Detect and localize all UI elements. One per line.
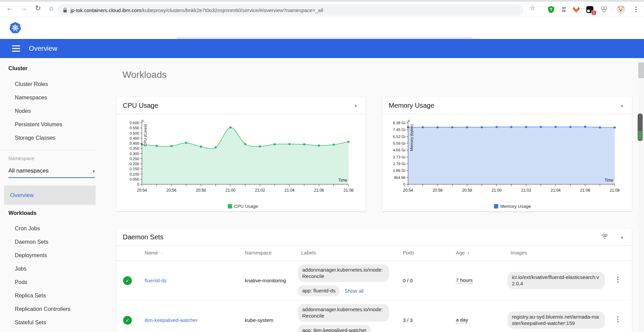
- svg-text:0.500: 0.500: [129, 131, 139, 135]
- cpu-card-title: CPU Usage: [123, 102, 158, 109]
- svg-text:20:58: 20:58: [196, 188, 206, 193]
- daemon-sets-card: Daemon Sets ▲ Name↑NamespaceLabelsPodsAg…: [116, 229, 632, 332]
- sort-ascending-icon[interactable]: ↑: [468, 250, 470, 255]
- svg-text:0: 0: [137, 182, 139, 186]
- collapse-icon[interactable]: ▲: [354, 103, 358, 107]
- sidebar-item-nodes[interactable]: Nodes: [15, 108, 31, 114]
- status-ok-icon: ✓: [123, 276, 132, 285]
- svg-text:6.52 Gi: 6.52 Gi: [393, 135, 405, 139]
- svg-text:0.400: 0.400: [129, 141, 139, 145]
- column-header-name[interactable]: Name↑: [145, 250, 163, 255]
- sort-ascending-icon[interactable]: ↑: [161, 250, 163, 255]
- svg-text:21:06: 21:06: [580, 188, 590, 193]
- links-extension-icon[interactable]: [600, 5, 608, 14]
- svg-text:0.450: 0.450: [129, 136, 139, 140]
- sidebar-item-persistent-volumes[interactable]: Persistent Volumes: [15, 121, 62, 128]
- svg-text:Time: Time: [338, 178, 347, 183]
- svg-text:21:00: 21:00: [225, 188, 235, 193]
- sidebar-item-jobs[interactable]: Jobs: [15, 266, 26, 272]
- svg-text:20:58: 20:58: [462, 188, 472, 193]
- namespace-select[interactable]: All namespaces ▼: [8, 168, 96, 174]
- back-icon[interactable]: ←: [5, 4, 15, 12]
- address-bar[interactable]: jp-tok.containers.cloud.ibm.com/kubeprox…: [58, 4, 523, 16]
- gitlab-extension-icon[interactable]: [572, 5, 581, 14]
- column-header-images[interactable]: Images: [511, 250, 527, 255]
- label-chip: app: fluentd-ds: [298, 285, 340, 296]
- svg-text:5.59 Gi: 5.59 Gi: [393, 141, 405, 145]
- cpu-usage-card: CPU Usage ▲ 00.0500.1000.1500.2000.2500.…: [116, 97, 366, 211]
- namespace-value: kube-system: [245, 317, 273, 323]
- pods-count: 3 / 3: [403, 317, 413, 323]
- bookmark-star-icon[interactable]: ☆: [527, 4, 537, 12]
- column-header-age[interactable]: Age↑: [456, 250, 470, 255]
- labels-cell: addonmanager.kubernetes.io/mode: Reconci…: [298, 300, 409, 332]
- sidebar-item-namespaces[interactable]: Namespaces: [15, 94, 47, 101]
- column-header-labels[interactable]: Labels: [301, 250, 316, 255]
- sidebar-item-replication-controllers[interactable]: Replication Controllers: [15, 306, 70, 312]
- svg-text:Memory (bytes): Memory (bytes): [410, 124, 414, 151]
- label-chip: addonmanager.kubernetes.io/mode: Reconci…: [298, 265, 389, 282]
- sidebar-section-workloads[interactable]: Workloads: [8, 210, 37, 216]
- svg-text:21:08: 21:08: [609, 188, 620, 193]
- forward-icon[interactable]: →: [19, 4, 29, 12]
- scrollbar-thumb[interactable]: [638, 113, 643, 141]
- svg-text:0.150: 0.150: [129, 167, 139, 171]
- svg-text:20:54: 20:54: [137, 188, 147, 193]
- gitzip-extension-icon[interactable]: GitZip: [559, 5, 568, 14]
- chevron-down-icon: ▼: [92, 169, 96, 173]
- column-header-pods[interactable]: Pods: [403, 250, 414, 255]
- toolbar-divider: [611, 6, 611, 13]
- scrollbar-track[interactable]: [638, 58, 644, 332]
- label-chip: addonmanager.kubernetes.io/mode: Reconci…: [298, 304, 389, 322]
- collapse-icon[interactable]: ▲: [620, 103, 624, 107]
- hamburger-menu-icon[interactable]: [12, 45, 20, 52]
- svg-text:0.050: 0.050: [129, 177, 139, 181]
- show-all-link[interactable]: Show all: [344, 288, 364, 294]
- svg-text:8.38 Gi: 8.38 Gi: [393, 121, 405, 125]
- namespace-label: Namespace: [8, 156, 34, 161]
- sidebar-section-cluster[interactable]: Cluster: [8, 65, 28, 72]
- svg-text:0.550: 0.550: [129, 126, 139, 130]
- browser-menu-icon[interactable]: [633, 5, 639, 14]
- row-actions-menu-icon[interactable]: [615, 316, 621, 322]
- svg-text:T: T: [550, 7, 552, 11]
- daemon-set-link[interactable]: fluentd-ds: [145, 278, 167, 283]
- age-value: 7 hours: [456, 277, 473, 284]
- sidebar-item-overview[interactable]: Overview: [4, 186, 96, 205]
- extension-badge: 1: [591, 10, 596, 15]
- scrollbar-thumb-stripes: [638, 131, 642, 140]
- memory-usage-chart: 0954 Mi1.86 Gi2.79 Gi3.73 Gi4.66 Gi5.59 …: [382, 114, 632, 211]
- svg-text:0.600: 0.600: [129, 121, 139, 125]
- svg-text:0.350: 0.350: [129, 146, 139, 150]
- sidebar-item-deployments[interactable]: Deployments: [15, 252, 47, 258]
- row-actions-menu-icon[interactable]: [615, 277, 621, 283]
- dark-extension-icon[interactable]: 1: [585, 5, 594, 14]
- sidebar-item-storage-classes[interactable]: Storage Classes: [15, 135, 55, 141]
- browser-profile-avatar[interactable]: [616, 5, 625, 14]
- tampermonkey-extension-icon[interactable]: T: [547, 5, 555, 14]
- namespace-value: knative-monitoring: [245, 278, 286, 283]
- table-header-row: Name↑NamespaceLabelsPodsAge↑Images: [116, 245, 632, 261]
- memory-usage-card: Memory Usage ▲ 0954 Mi1.86 Gi2.79 Gi3.73…: [382, 97, 632, 211]
- page-heading: Overview: [29, 45, 57, 52]
- svg-text:0.250: 0.250: [129, 157, 139, 161]
- collapse-icon[interactable]: ▲: [620, 235, 624, 239]
- sidebar-item-cluster-roles[interactable]: Cluster Roles: [15, 81, 48, 87]
- sidebar-item-replica-sets[interactable]: Replica Sets: [15, 292, 46, 299]
- column-header-namespace[interactable]: Namespace: [245, 250, 272, 255]
- sidebar-item-daemon-sets[interactable]: Daemon Sets: [15, 239, 48, 245]
- svg-text:21:02: 21:02: [255, 188, 265, 193]
- svg-text:Memory Usage: Memory Usage: [500, 204, 531, 209]
- svg-text:0: 0: [403, 182, 405, 186]
- image-chip: registry.au-syd.bluemix.net/armada-maste…: [507, 312, 605, 329]
- daemon-set-row: ✓ibm-keepalived-watcherkube-systemaddonm…: [116, 300, 632, 332]
- sidebar-item-stateful-sets[interactable]: Stateful Sets: [15, 319, 46, 326]
- daemon-set-link[interactable]: ibm-keepalived-watcher: [145, 317, 198, 323]
- home-icon[interactable]: ⌂: [46, 4, 56, 12]
- filter-icon[interactable]: [602, 235, 608, 239]
- svg-text:CPU Usage: CPU Usage: [234, 204, 258, 209]
- reload-icon[interactable]: ↻: [33, 4, 43, 12]
- sidebar-item-pods[interactable]: Pods: [15, 279, 28, 285]
- sidebar-item-cron-jobs[interactable]: Cron Jobs: [15, 225, 40, 232]
- svg-text:21:04: 21:04: [550, 188, 560, 193]
